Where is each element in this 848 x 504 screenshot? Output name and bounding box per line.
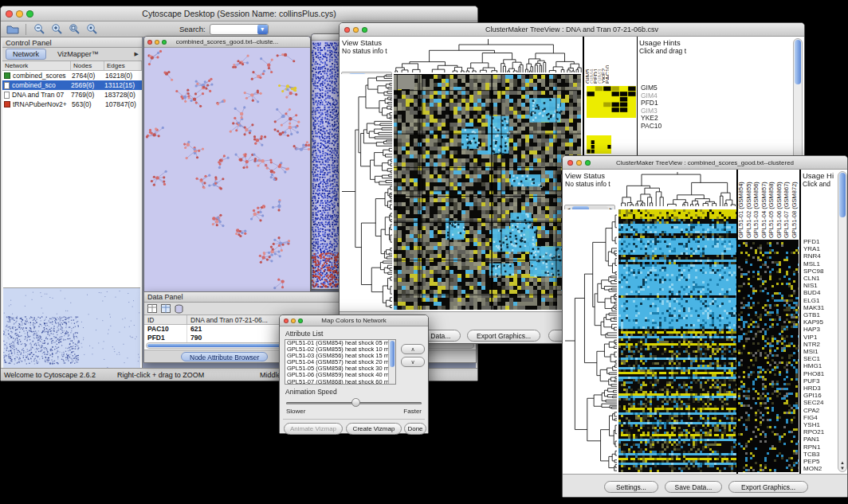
dialog-titlebar[interactable]: Map Colors to Network: [280, 315, 428, 326]
close-button[interactable]: [284, 318, 289, 323]
tab-network[interactable]: Network: [6, 49, 46, 60]
close-button[interactable]: [6, 10, 13, 18]
minimize-button[interactable]: [16, 10, 23, 18]
gene-label[interactable]: ELG1: [803, 297, 837, 304]
dna-mini-heat-b[interactable]: [587, 135, 611, 154]
gene-label[interactable]: CLN1: [803, 275, 837, 282]
gene-label[interactable]: PUF3: [803, 377, 837, 385]
settings-button[interactable]: Settings...: [604, 481, 658, 493]
network-row[interactable]: DNA and Tran 07 7769(0) 183728(0): [2, 90, 142, 100]
gene-label[interactable]: PFD1: [803, 238, 837, 245]
move-up-button[interactable]: ∧: [401, 344, 425, 354]
zoom-in-icon[interactable]: [50, 23, 64, 36]
gene-label[interactable]: KAP95: [803, 318, 837, 326]
gene-label[interactable]: NTR2: [803, 341, 837, 348]
comb-heatmap-right[interactable]: [738, 240, 799, 472]
gene-label[interactable]: MSL1: [803, 260, 837, 268]
gene-label[interactable]: RPO21: [803, 428, 837, 436]
overview-canvas[interactable]: [3, 287, 140, 368]
zoom-button[interactable]: [585, 160, 591, 166]
move-down-button[interactable]: ∨: [401, 357, 425, 367]
treeview-vscrollbar[interactable]: ▲▼: [838, 171, 847, 472]
gene-label[interactable]: MON2: [803, 465, 837, 472]
gene-label[interactable]: RPN1: [803, 443, 837, 451]
close-button[interactable]: [567, 160, 573, 166]
gene-label[interactable]: SEC24: [803, 399, 837, 406]
scrollbar-thumb[interactable]: [795, 40, 801, 84]
gene-label[interactable]: HMG1: [803, 362, 837, 369]
gene-label[interactable]: SEC1: [803, 355, 837, 362]
main-window-titlebar[interactable]: Cytoscape Desktop (Session Name: collins…: [1, 6, 477, 21]
dna-row-dendro[interactable]: [341, 74, 392, 309]
close-button[interactable]: [344, 27, 350, 33]
gene-label[interactable]: FIG4: [803, 414, 837, 421]
gene-label[interactable]: PHO81: [803, 370, 837, 377]
dna-col-dendro[interactable]: [394, 38, 583, 72]
gene-label[interactable]: RNR4: [803, 252, 837, 260]
list-vscrollbar[interactable]: [388, 340, 395, 384]
search-combobox[interactable]: ▼: [210, 24, 269, 35]
treeview-dna-titlebar[interactable]: ClusterMaker TreeView : DNA and Tran 07-…: [340, 23, 804, 37]
gene-label[interactable]: HRD3: [803, 385, 837, 392]
attribute-listbox[interactable]: GPL51-01 (GSM854) heat shock 05 minGPL51…: [285, 339, 396, 385]
comb-row-dendro[interactable]: [564, 209, 617, 472]
gene-label[interactable]: PAC10: [641, 123, 676, 131]
comb-heatmap-main[interactable]: [618, 209, 738, 472]
gene-label[interactable]: TCB3: [803, 451, 837, 458]
gene-label[interactable]: SPC98: [803, 268, 837, 275]
gene-label[interactable]: YSH1: [803, 421, 837, 428]
network-canvas-main[interactable]: [144, 48, 310, 291]
zoom-button[interactable]: [298, 318, 303, 323]
done-button[interactable]: Done: [404, 423, 426, 435]
tab-vizmapper[interactable]: VizMapper™: [51, 49, 105, 59]
comb-col-dendro[interactable]: [618, 171, 736, 206]
minimize-button[interactable]: [155, 40, 159, 45]
gene-label[interactable]: GTB1: [803, 311, 837, 318]
gene-label[interactable]: CPA2: [803, 407, 837, 414]
minimize-button[interactable]: [291, 318, 296, 323]
gene-label[interactable]: PAN1: [803, 436, 837, 443]
scroll-arrows-icon[interactable]: ▲▼: [838, 460, 846, 471]
network-row[interactable]: tRNAPuberNov2+ 563(0) 107847(0): [2, 100, 142, 109]
gene-label[interactable]: HAP3: [803, 326, 837, 333]
animate-vizmap-button[interactable]: Animate Vizmap: [284, 423, 343, 435]
treeview-combined-titlebar[interactable]: ClusterMaker TreeView : combined_scores_…: [563, 156, 847, 170]
network-row-selected[interactable]: combined_sco 2569(6) 13112(15): [2, 80, 142, 90]
scrollbar-thumb[interactable]: [390, 341, 395, 367]
gene-label[interactable]: PEP5: [803, 458, 837, 465]
dna-mini-heat-a[interactable]: [587, 86, 636, 118]
zoom-selected-icon[interactable]: [85, 23, 99, 36]
animation-speed-slider[interactable]: [286, 398, 422, 408]
network-row[interactable]: combined_scores 2764(0) 16218(0): [2, 71, 142, 80]
gene-label[interactable]: MSI1: [803, 348, 837, 355]
gene-label[interactable]: NIS1: [803, 282, 837, 289]
zoom-button[interactable]: [362, 27, 367, 33]
attribute-table-icon[interactable]: [147, 304, 157, 313]
export-graphics-button[interactable]: Export Graphics...: [467, 330, 540, 342]
zoom-button[interactable]: [162, 40, 167, 45]
gene-label[interactable]: VIP1: [803, 334, 837, 341]
splitter[interactable]: [799, 170, 801, 474]
zoom-fit-icon[interactable]: [68, 23, 81, 36]
gene-label[interactable]: MAK31: [803, 304, 837, 311]
zoom-out-icon[interactable]: [33, 23, 46, 36]
export-graphics-button[interactable]: Export Graphics...: [728, 481, 808, 493]
minimize-button[interactable]: [353, 27, 359, 33]
gene-label[interactable]: BUD4: [803, 289, 837, 296]
select-attributes-icon[interactable]: [161, 304, 171, 313]
network-view-1-titlebar[interactable]: combined_scores_good.txt--cluste...: [144, 37, 310, 48]
combo-arrow-icon[interactable]: ▼: [257, 25, 268, 34]
tabs-overflow-icon[interactable]: ▶: [135, 51, 139, 57]
slider-thumb[interactable]: [351, 398, 360, 407]
minimize-button[interactable]: [576, 160, 582, 166]
dna-heatmap[interactable]: [394, 74, 581, 310]
close-button[interactable]: [147, 40, 152, 45]
database-icon[interactable]: [175, 304, 183, 314]
gene-label[interactable]: YRA1: [803, 245, 837, 252]
scrollbar-thumb[interactable]: [839, 173, 846, 217]
gene-label[interactable]: GPI16: [803, 392, 837, 399]
splitter[interactable]: [736, 170, 738, 474]
node-attribute-browser-tab[interactable]: Node Attribute Browser: [181, 352, 268, 361]
open-folder-icon[interactable]: [6, 23, 19, 36]
attribute-list-item[interactable]: GPL51-07 (GSM868) heat shock 60 min: [285, 379, 395, 385]
